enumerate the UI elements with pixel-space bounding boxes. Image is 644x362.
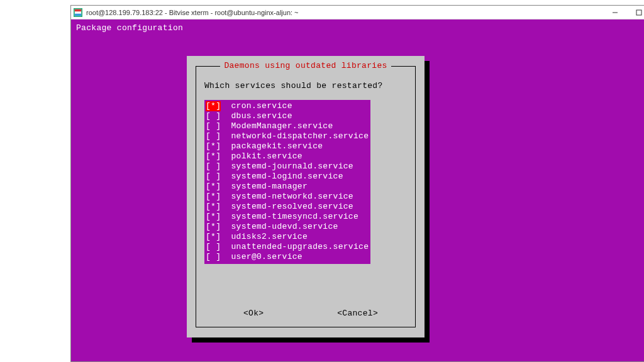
service-item[interactable]: [ ] systemd-journald.service: [206, 162, 367, 172]
svg-rect-2: [75, 9, 82, 11]
terminal-window: root@128.199.79.183:22 - Bitvise xterm -…: [70, 5, 644, 362]
service-item[interactable]: [ ] dbus.service: [206, 111, 367, 121]
maximize-button[interactable]: [635, 8, 643, 17]
service-item[interactable]: [*] systemd-timesyncd.service: [206, 212, 367, 222]
service-item[interactable]: [*] systemd-udevd.service: [206, 222, 367, 232]
titlebar[interactable]: root@128.199.79.183:22 - Bitvise xterm -…: [71, 6, 644, 19]
cancel-button[interactable]: <Cancel>: [337, 309, 378, 319]
dialog-question: Which services should be restarted?: [204, 81, 407, 91]
restart-services-dialog: Daemons using outdated libraries Which s…: [187, 56, 425, 337]
service-item[interactable]: [ ] networkd-dispatcher.service: [206, 131, 367, 141]
service-item[interactable]: [ ] systemd-logind.service: [206, 172, 367, 182]
terminal-area[interactable]: Package configuration Daemons using outd…: [71, 19, 644, 361]
service-item[interactable]: [ ] user@0.service: [206, 252, 367, 262]
service-item[interactable]: [*] systemd-networkd.service: [206, 192, 367, 202]
service-item[interactable]: [ ] ModemManager.service: [206, 121, 367, 131]
service-item[interactable]: [*] udisks2.service: [206, 232, 367, 242]
service-item[interactable]: [*] packagekit.service: [206, 141, 367, 151]
ok-button[interactable]: <Ok>: [243, 309, 264, 319]
svg-rect-3: [75, 13, 82, 16]
service-item[interactable]: [*] systemd-manager: [206, 182, 367, 192]
window-buttons: [611, 8, 644, 17]
minimize-button[interactable]: [611, 8, 619, 17]
service-item[interactable]: [*] cron.service: [206, 101, 367, 111]
window-title: root@128.199.79.183:22 - Bitvise xterm -…: [86, 9, 611, 16]
service-item[interactable]: [ ] unattended-upgrades.service: [206, 242, 367, 252]
app-icon: [74, 8, 82, 17]
svg-rect-5: [636, 10, 641, 15]
service-checklist[interactable]: [*] cron.service[ ] dbus.service[ ] Mode…: [204, 100, 370, 264]
package-config-header: Package configuration: [76, 23, 644, 33]
service-item[interactable]: [*] systemd-resolved.service: [206, 202, 367, 212]
service-item[interactable]: [*] polkit.service: [206, 151, 367, 162]
